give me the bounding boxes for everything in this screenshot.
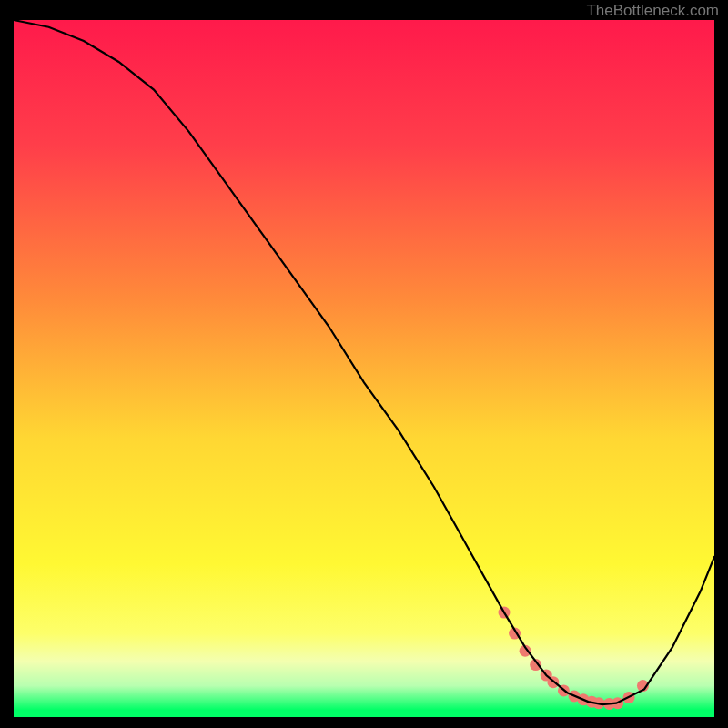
attribution-label: TheBottleneck.com xyxy=(586,2,719,20)
chart-stage: TheBottleneck.com xyxy=(0,0,728,728)
chart-svg xyxy=(0,0,728,728)
plot-area xyxy=(14,20,714,717)
